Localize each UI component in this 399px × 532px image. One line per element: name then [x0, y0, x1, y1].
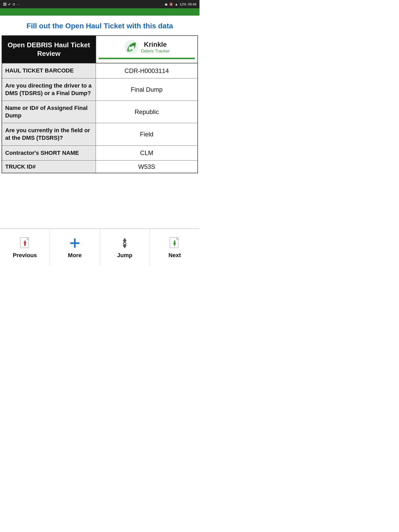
previous-icon	[18, 236, 32, 250]
row-label-3: Are you currently in the field or at the…	[2, 123, 96, 145]
table-row: TRUCK ID# W53S	[2, 161, 198, 173]
row-label-0: HAUL TICKET BARCODE	[2, 63, 96, 78]
row-label-1: Are you directing the driver to a DMS (T…	[2, 78, 96, 101]
row-label-5: TRUCK ID#	[2, 161, 96, 173]
signal-icon: ▲	[175, 2, 178, 6]
header-row: Open DEBRIS Haul Ticket Review	[2, 36, 198, 63]
table-row: Contractor's SHORT NAME CLM	[2, 145, 198, 161]
image-icon: 🖼	[3, 2, 6, 6]
green-header-bar	[0, 8, 200, 16]
logo-text-group: Krinkle Debris Tracker	[141, 41, 170, 54]
time-display: 09:46	[188, 2, 196, 6]
previous-button[interactable]: Previous	[0, 229, 50, 266]
page-title: Fill out the Open Haul Ticket with this …	[0, 16, 200, 35]
status-bar-right: ◉ 🔇 ▲ 12% 09:46	[165, 2, 196, 6]
status-bar-left: 🖼 ✔ ⊙ ···	[3, 2, 20, 6]
svg-rect-9	[70, 242, 79, 244]
more-button[interactable]: More	[50, 229, 100, 266]
table-header-left: Open DEBRIS Haul Ticket Review	[2, 36, 96, 63]
clock-icon: ⊙	[12, 2, 15, 6]
next-label: Next	[169, 252, 181, 259]
next-icon	[168, 236, 181, 250]
logo-top: Krinkle Debris Tracker	[124, 39, 170, 55]
main-table: Open DEBRIS Haul Ticket Review	[2, 35, 198, 173]
svg-marker-12	[123, 244, 127, 248]
table-wrapper: Open DEBRIS Haul Ticket Review	[0, 35, 200, 228]
bottom-nav: Previous More Jump Next	[0, 228, 200, 266]
more-label: More	[68, 252, 82, 259]
table-header-right: Krinkle Debris Tracker	[96, 36, 198, 63]
row-value-4: CLM	[96, 145, 198, 161]
row-label-2: Name or ID# of Assigned Final Dump	[2, 101, 96, 123]
table-row: Name or ID# of Assigned Final Dump Repub…	[2, 101, 198, 123]
row-value-0: CDR-H0003114	[96, 63, 198, 78]
next-button[interactable]: Next	[150, 229, 200, 266]
krinkle-leaf-icon	[124, 39, 139, 55]
location-icon: ◉	[165, 2, 168, 6]
status-bar: 🖼 ✔ ⊙ ··· ◉ 🔇 ▲ 12% 09:46	[0, 0, 200, 8]
logo-green-bar	[99, 58, 195, 59]
logo-name: Krinkle	[141, 41, 170, 49]
flag-icon: ✔	[8, 2, 11, 6]
row-value-2: Republic	[96, 101, 198, 123]
table-row: HAUL TICKET BARCODE CDR-H0003114	[2, 63, 198, 78]
previous-label: Previous	[13, 252, 37, 259]
logo-sub: Debris Tracker	[141, 49, 170, 54]
logo-area: Krinkle Debris Tracker	[99, 39, 195, 59]
row-value-3: Field	[96, 123, 198, 145]
svg-marker-10	[123, 238, 127, 242]
jump-icon	[118, 236, 131, 250]
mute-icon: 🔇	[169, 2, 173, 6]
more-icon	[68, 236, 82, 250]
jump-button[interactable]: Jump	[100, 229, 150, 266]
table-row: Are you directing the driver to a DMS (T…	[2, 78, 198, 101]
table-row: Are you currently in the field or at the…	[2, 123, 198, 145]
jump-label: Jump	[117, 252, 132, 259]
row-value-1: Final Dump	[96, 78, 198, 101]
dots-icon: ···	[17, 2, 20, 6]
row-label-4: Contractor's SHORT NAME	[2, 145, 96, 161]
battery-text: 12%	[179, 2, 186, 6]
row-value-5: W53S	[96, 161, 198, 173]
